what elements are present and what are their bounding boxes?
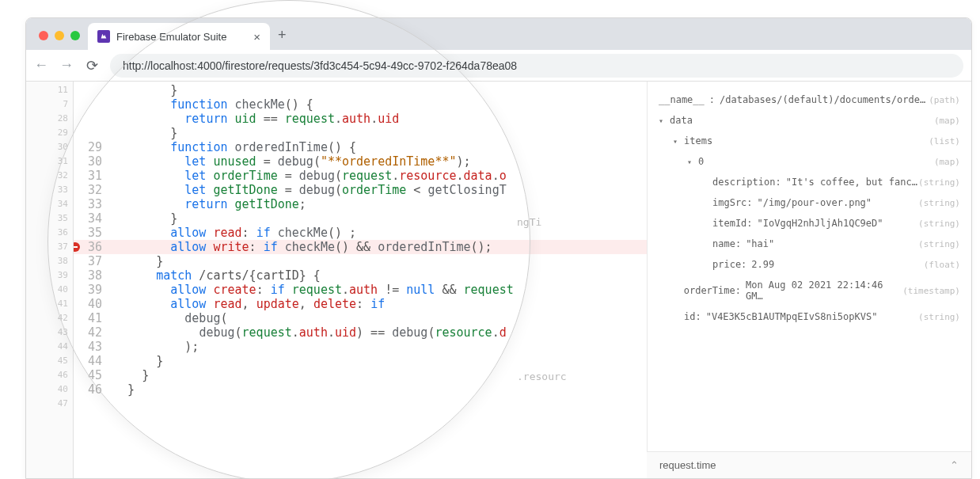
code-line: 42 debug(request.auth.uid) == debug(reso… xyxy=(74,325,647,340)
code-line: } xyxy=(74,126,647,140)
code-line: function checkMe() { xyxy=(74,97,647,112)
code-line: 35 allow read: if checkMe() ; xyxy=(74,226,647,240)
inspector-row[interactable]: ▾items(list) xyxy=(659,131,960,151)
outer-line-gutter: 1172829303132333435363738394041424344454… xyxy=(26,82,74,478)
caret-icon: ▾ xyxy=(687,158,698,166)
code-line: 30 let unused = debug("**orderedInTime**… xyxy=(74,154,647,169)
inspector-row: description: "It's coffee, but fanc…(str… xyxy=(659,172,960,192)
window-controls xyxy=(32,31,88,50)
inspector-row: id: "V4E3K5cB1AUTMpqEIvS8ni5opKVS"(strin… xyxy=(659,306,960,327)
inspector-row[interactable]: ▾0(map) xyxy=(659,151,960,172)
code-line: 41 debug( xyxy=(74,311,647,325)
forward-icon[interactable]: → xyxy=(59,57,74,74)
inspector-row: price: 2.99(float) xyxy=(659,254,960,275)
code-line: 33 return getItDone; xyxy=(74,197,647,211)
code-line: 40 allow read, update, delete: if xyxy=(74,297,647,311)
footer-label: request.time xyxy=(659,459,716,471)
content-area: 1172829303132333435363738394041424344454… xyxy=(26,82,971,478)
chevron-up-icon: ⌃ xyxy=(950,459,959,471)
code-line: return uid == request.auth.uid xyxy=(74,112,647,126)
inspector-panel: __name__: /databases/(default)/documents… xyxy=(647,82,971,478)
inspector-row: orderTime: Mon Aug 02 2021 22:14:46 GM…(… xyxy=(659,275,960,306)
caret-icon: ▾ xyxy=(659,116,670,125)
code-line: 34 } xyxy=(74,211,647,226)
error-indicator-icon[interactable] xyxy=(74,242,80,252)
inspector-row: itemId: "IoVgqH2nhJljAh1QC9eD"(string) xyxy=(659,213,960,234)
rules-code: } function checkMe() { return uid == req… xyxy=(74,82,647,397)
inspector-footer[interactable]: request.time ⌃ xyxy=(647,451,971,478)
inspector-tree: ▾data(map)▾items(list)▾0(map)description… xyxy=(659,110,960,327)
caret-icon: ▾ xyxy=(673,137,684,146)
browser-window: Firebase Emulator Suite × + ← → ⟳ http:/… xyxy=(25,17,972,479)
inspector-row: name: "hai"(string) xyxy=(659,234,960,254)
tab-title: Firebase Emulator Suite xyxy=(116,31,226,43)
close-tab-icon[interactable]: × xyxy=(253,30,260,44)
maximize-window-icon[interactable] xyxy=(70,31,80,40)
browser-toolbar: ← → ⟳ http://localhost:4000/firestore/re… xyxy=(26,50,971,82)
new-tab-button[interactable]: + xyxy=(270,27,294,50)
code-line: 31 let orderTime = debug(request.resourc… xyxy=(74,169,647,183)
close-window-icon[interactable] xyxy=(39,31,48,40)
reload-icon[interactable]: ⟳ xyxy=(85,57,99,74)
code-line: 45 } xyxy=(74,368,647,382)
code-line: 46 } xyxy=(74,382,647,397)
code-line: 43 ); xyxy=(74,340,647,354)
inspector-name-row: __name__: /databases/(default)/documents… xyxy=(659,89,960,110)
firebase-favicon-icon xyxy=(97,30,110,43)
code-line: 29 function orderedInTime() { xyxy=(74,140,647,154)
code-line: 32 let getItDone = debug(orderTime < get… xyxy=(74,183,647,197)
back-icon[interactable]: ← xyxy=(34,57,48,74)
code-line: 39 allow create: if request.auth != null… xyxy=(74,283,647,297)
code-line: 37 } xyxy=(74,254,647,268)
code-line: 44 } xyxy=(74,354,647,368)
code-line: 36 allow write: if checkMe() && orderedI… xyxy=(74,240,647,254)
code-line: 38 match /carts/{cartID} { xyxy=(74,268,647,283)
tab-strip: Firebase Emulator Suite × + xyxy=(26,18,971,50)
url-text: http://localhost:4000/firestore/requests… xyxy=(123,59,517,72)
code-panel: } function checkMe() { return uid == req… xyxy=(74,82,647,478)
url-bar[interactable]: http://localhost:4000/firestore/requests… xyxy=(110,54,963,78)
inspector-row[interactable]: ▾data(map) xyxy=(659,110,960,131)
code-line: } xyxy=(74,83,647,97)
inspector-row: imgSrc: "/img/pour-over.png"(string) xyxy=(659,192,960,213)
minimize-window-icon[interactable] xyxy=(55,31,64,40)
browser-tab[interactable]: Firebase Emulator Suite × xyxy=(88,23,270,50)
